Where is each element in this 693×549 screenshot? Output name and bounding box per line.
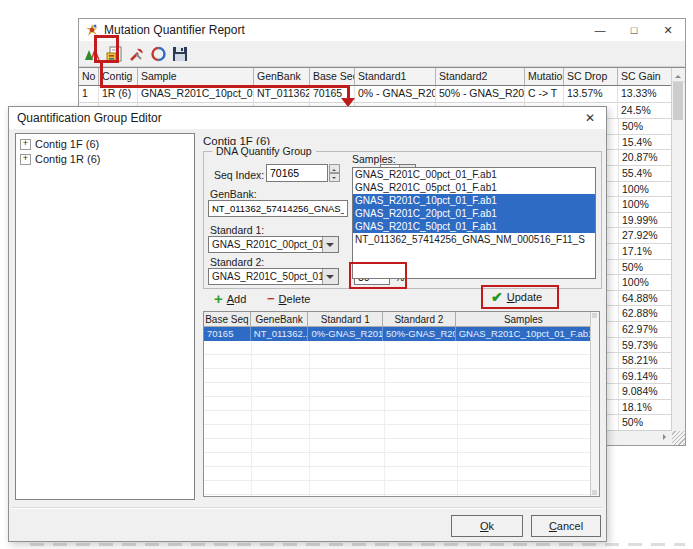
column-header[interactable]: SC Gain — [618, 68, 670, 85]
save-icon[interactable] — [170, 43, 190, 64]
standard2-select[interactable]: GNAS_R201C_50pct_01_F.ab1 — [208, 268, 339, 285]
table-row[interactable]: 1 1R (6) GNAS_R201C_10pct_01_ NT_011362_… — [79, 86, 672, 103]
delete-button[interactable]: Delete — [267, 293, 310, 305]
spin-up-icon[interactable] — [329, 164, 340, 173]
delete-button-label: Delete — [279, 293, 311, 305]
minus-icon — [267, 293, 275, 305]
group-grid-scrollbar[interactable] — [590, 312, 599, 496]
sample-item[interactable]: GNAS_R201C_00pct_01_F.ab1 — [353, 168, 595, 181]
cell-sc-gain: 100% — [618, 197, 670, 212]
report-toolbar — [79, 41, 685, 67]
column-header[interactable]: Standard2 — [436, 68, 525, 85]
quantification-group-editor-dialog: Quantification Group Editor ✕ Contig 1F … — [8, 106, 607, 542]
cell-genbank: NT_011362_5 — [254, 86, 310, 102]
close-button[interactable]: ✕ — [651, 19, 685, 41]
annotation-line-drop — [347, 85, 350, 99]
cell-standard1: 0% - GNAS_R201C_00pc — [355, 86, 436, 102]
ok-button[interactable]: Ok — [451, 515, 523, 537]
background-window-edge — [30, 543, 685, 546]
column-header[interactable]: GenBank — [254, 68, 310, 85]
column-header[interactable]: Base Seq — [204, 312, 251, 327]
cell-sc-gain: 50% — [618, 415, 670, 430]
report-titlebar: Mutation Quantifier Report — □ ✕ — [79, 19, 685, 41]
tree-item-contig-1f[interactable]: Contig 1F (6) — [16, 137, 194, 152]
chevron-down-icon[interactable] — [322, 237, 338, 252]
sample-item[interactable]: NT_011362_57414256_GNAS_NM_000516_F11_S — [353, 233, 595, 246]
column-header[interactable]: Standard 1 — [308, 312, 383, 327]
annotation-box-update-button — [481, 285, 559, 309]
group-grid-empty-rows — [204, 341, 591, 496]
scroll-up-icon[interactable] — [672, 68, 685, 82]
report-table-header: No Contig Sample GenBank Base Seq Standa… — [79, 68, 672, 86]
resize-grip[interactable] — [672, 431, 685, 445]
ok-button-label: Ok — [480, 520, 494, 532]
add-button[interactable]: Add — [214, 293, 246, 305]
seq-index-input[interactable] — [266, 164, 328, 182]
expand-icon[interactable] — [20, 139, 31, 150]
cell-sc-gain: 50% — [618, 119, 670, 134]
sample-item-selected[interactable]: GNAS_R201C_10pct_01_F.ab1 — [353, 194, 595, 207]
cell-sc-drop: 13.57% — [564, 86, 618, 102]
seq-index-stepper[interactable] — [329, 164, 340, 182]
annotation-box-percent-field — [349, 262, 407, 289]
cell-sc-gain: 69.14% — [618, 369, 670, 384]
cell-sc-gain: 15.4% — [618, 135, 670, 150]
contig-tree: Contig 1F (6) Contig 1R (6) — [15, 133, 195, 500]
tree-item-label: Contig 1F (6) — [35, 138, 99, 150]
report-window-title: Mutation Quantifier Report — [104, 23, 245, 37]
cell-sc-gain: 9.084% — [618, 384, 670, 399]
sample-item-selected[interactable]: GNAS_R201C_50pct_01_F.ab1 — [353, 220, 595, 233]
chevron-down-icon[interactable] — [322, 269, 338, 284]
tools-icon[interactable] — [126, 43, 146, 64]
tree-item-label: Contig 1R (6) — [35, 153, 100, 165]
seq-index-label: Seq Index: — [214, 169, 264, 181]
cell-sc-gain: 55.4% — [618, 166, 670, 181]
vertical-scrollbar[interactable] — [671, 68, 685, 431]
standard2-label: Standard 2: — [210, 256, 264, 268]
spin-down-icon[interactable] — [329, 173, 340, 182]
dialog-close-button[interactable]: ✕ — [578, 107, 602, 129]
cell-no: 1 — [79, 86, 99, 102]
cell-sc-gain: 18.1% — [618, 400, 670, 415]
add-button-label: Add — [227, 293, 247, 305]
column-header[interactable]: GeneBank — [251, 312, 309, 327]
column-header[interactable]: Sample — [138, 68, 254, 85]
cancel-button[interactable]: Cancel — [531, 515, 601, 537]
column-header[interactable]: Samples — [456, 312, 591, 327]
sample-item-selected[interactable]: GNAS_R201C_20pct_01_F.ab1 — [353, 207, 595, 220]
maximize-button[interactable]: □ — [617, 19, 651, 41]
column-header[interactable]: Base Seq — [310, 68, 355, 85]
sample-item[interactable]: GNAS_R201C_05pct_01_F.ab1 — [353, 181, 595, 194]
column-header[interactable]: Standard 2 — [383, 312, 456, 327]
cell-sc-gain: 62.97% — [618, 322, 670, 337]
genbank-label: GenBank: — [210, 188, 257, 200]
column-header[interactable]: No — [79, 68, 99, 85]
minimize-button[interactable]: — — [583, 19, 617, 41]
group-grid: Base Seq GeneBank Standard 1 Standard 2 … — [203, 311, 600, 497]
dialog-titlebar: Quantification Group Editor ✕ — [9, 107, 606, 129]
groupbox-label: DNA Quantify Group — [212, 145, 316, 157]
standard1-select[interactable]: GNAS_R201C_00pct_01_F.ab1 — [208, 236, 339, 253]
standard2-value: GNAS_R201C_50pct_01_F.ab1 — [209, 269, 322, 284]
cell-sc-gain: 58.21% — [618, 353, 670, 368]
circle-chart-icon[interactable] — [148, 43, 168, 64]
expand-icon[interactable] — [20, 154, 31, 165]
group-grid-selected-row[interactable]: 70165 NT_011362... 0%-GNAS_R201... 50%-G… — [204, 327, 591, 341]
cell-sample: GNAS_R201C_10pct_01_ — [138, 86, 254, 102]
tree-item-contig-1r[interactable]: Contig 1R (6) — [16, 152, 194, 167]
standard1-value: GNAS_R201C_00pct_01_F.ab1 — [209, 237, 322, 252]
scroll-right-icon[interactable] — [658, 431, 672, 444]
annotation-box-toolbar-icon — [94, 35, 119, 63]
cell-standard2: 50%-GNAS_R20... — [383, 327, 456, 341]
cancel-button-label: Cancel — [549, 520, 583, 532]
column-header[interactable]: Standard1 — [355, 68, 436, 85]
genbank-input[interactable] — [208, 200, 348, 217]
cell-genebank: NT_011362... — [251, 327, 309, 341]
scrollbar-thumb[interactable] — [673, 82, 683, 120]
column-header[interactable]: Mutation — [525, 68, 564, 85]
column-header[interactable]: SC Drop — [564, 68, 618, 85]
cell-sc-gain: 100% — [618, 182, 670, 197]
cell-contig: 1R (6) — [99, 86, 138, 102]
column-header[interactable]: Contig — [99, 68, 138, 85]
cell-sc-gain: 59.73% — [618, 338, 670, 353]
